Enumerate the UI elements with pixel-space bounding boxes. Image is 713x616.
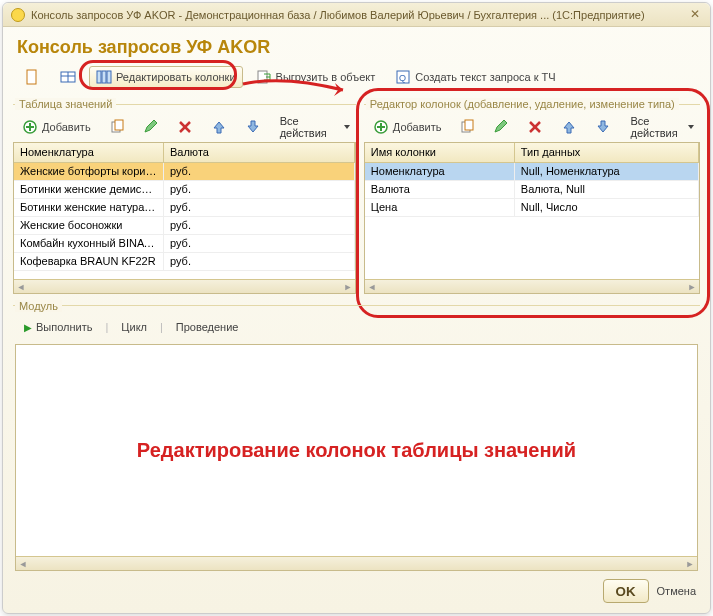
- separator: |: [160, 321, 163, 333]
- cell-name: Кофеварка BRAUN KF22R: [14, 253, 164, 270]
- add-icon: [22, 119, 38, 135]
- cell-name: Ботинки женские натурал…: [14, 199, 164, 216]
- scroll-left-icon: ◄: [367, 282, 377, 292]
- left-subtoolbar: Добавить Все действия: [13, 114, 356, 142]
- table-row[interactable]: Номенклатура Null, Номенклатура: [365, 163, 699, 181]
- table-row[interactable]: Ботинки женские натурал… руб.: [14, 199, 355, 217]
- right-delete-button[interactable]: [520, 116, 550, 138]
- separator: |: [105, 321, 108, 333]
- right-section-label: Редактор колонок (добавление, удаление, …: [364, 94, 700, 114]
- left-add-label: Добавить: [42, 121, 91, 133]
- arrow-up-icon: [211, 119, 227, 135]
- left-col-currency[interactable]: Валюта: [164, 143, 355, 162]
- editor-scrollbar[interactable]: ◄ ►: [16, 556, 697, 570]
- right-edit-button[interactable]: [486, 116, 516, 138]
- posting-button[interactable]: Проведение: [169, 316, 246, 338]
- cancel-button[interactable]: Отмена: [657, 585, 696, 597]
- chevron-down-icon: [344, 125, 350, 129]
- horizontal-scrollbar[interactable]: ◄ ►: [14, 279, 355, 293]
- footer: OK Отмена: [3, 571, 710, 613]
- left-all-actions[interactable]: Все действия: [276, 117, 354, 137]
- cell-currency: руб.: [164, 163, 355, 180]
- arrow-down-icon: [595, 119, 611, 135]
- table-row[interactable]: Женские босоножки руб.: [14, 217, 355, 235]
- close-icon[interactable]: ✕: [688, 8, 702, 22]
- delete-icon: [177, 119, 193, 135]
- left-move-up-button[interactable]: [204, 116, 234, 138]
- pencil-icon: [493, 119, 509, 135]
- create-query-label: Создать текст запроса к ТЧ: [415, 71, 555, 83]
- export-to-object-button[interactable]: Выгрузить в объект: [249, 66, 383, 88]
- cell-currency: руб.: [164, 199, 355, 216]
- play-icon: ▶: [24, 322, 32, 333]
- module-toolbar: ▶ Выполнить | Цикл | Проведение: [3, 316, 710, 344]
- scroll-right-icon: ►: [685, 559, 695, 569]
- export-icon: [256, 69, 272, 85]
- scroll-left-icon: ◄: [18, 559, 28, 569]
- table-row[interactable]: Кофеварка BRAUN KF22R руб.: [14, 253, 355, 271]
- annotation-highlight-button: [79, 60, 237, 90]
- pencil-icon: [143, 119, 159, 135]
- table-row[interactable]: Цена Null, Число: [365, 199, 699, 217]
- annotation-caption: Редактирование колонок таблицы значений: [137, 439, 576, 462]
- left-col-name[interactable]: Номенклатура: [14, 143, 164, 162]
- right-copy-button[interactable]: [452, 116, 482, 138]
- delete-icon: [527, 119, 543, 135]
- table-row[interactable]: Валюта Валюта, Null: [365, 181, 699, 199]
- svg-rect-7: [258, 71, 267, 83]
- left-move-down-button[interactable]: [238, 116, 268, 138]
- cell-currency: руб.: [164, 253, 355, 270]
- scroll-left-icon: ◄: [16, 282, 26, 292]
- left-copy-button[interactable]: [102, 116, 132, 138]
- copy-icon: [459, 119, 475, 135]
- right-add-label: Добавить: [393, 121, 442, 133]
- table-row[interactable]: Комбайн кухонный BINAT… руб.: [14, 235, 355, 253]
- code-editor[interactable]: Редактирование колонок таблицы значений …: [15, 344, 698, 571]
- cell-name: Женские босоножки: [14, 217, 164, 234]
- right-all-actions[interactable]: Все действия: [626, 117, 698, 137]
- cell-currency: руб.: [164, 235, 355, 252]
- new-button[interactable]: [17, 66, 47, 88]
- query-icon: Q: [395, 69, 411, 85]
- ok-button[interactable]: OK: [603, 579, 649, 603]
- svg-rect-0: [27, 70, 36, 84]
- scroll-right-icon: ►: [687, 282, 697, 292]
- app-icon: [11, 8, 25, 22]
- chevron-down-icon: [688, 125, 694, 129]
- right-move-up-button[interactable]: [554, 116, 584, 138]
- cell-name: Женские ботфорты корич…: [14, 163, 164, 180]
- run-button[interactable]: ▶ Выполнить: [17, 316, 99, 338]
- run-label: Выполнить: [36, 321, 92, 333]
- left-add-button[interactable]: Добавить: [15, 116, 98, 138]
- copy-icon: [109, 119, 125, 135]
- right-col-name[interactable]: Имя колонки: [365, 143, 515, 162]
- cell-name: Ботинки женские демисе…: [14, 181, 164, 198]
- cell-col: Номенклатура: [365, 163, 515, 180]
- right-col-type[interactable]: Тип данных: [515, 143, 699, 162]
- right-grid: Имя колонки Тип данных Номенклатура Null…: [364, 142, 700, 294]
- module-section-label: Модуль: [3, 294, 710, 316]
- main-toolbar: Редактировать колонки Выгрузить в объект…: [3, 64, 710, 94]
- cell-type: Null, Номенклатура: [515, 163, 699, 180]
- cell-currency: руб.: [164, 217, 355, 234]
- table-row[interactable]: Ботинки женские демисе… руб.: [14, 181, 355, 199]
- svg-rect-21: [465, 120, 473, 130]
- left-section-label: Таблица значений: [13, 94, 356, 114]
- right-move-down-button[interactable]: [588, 116, 618, 138]
- window-title: Консоль запросов УФ AKOR - Демонстрацион…: [31, 9, 688, 21]
- loop-button[interactable]: Цикл: [114, 316, 154, 338]
- arrow-up-icon: [561, 119, 577, 135]
- create-query-button[interactable]: Q Создать текст запроса к ТЧ: [388, 66, 562, 88]
- table-row[interactable]: Женские ботфорты корич… руб.: [14, 163, 355, 181]
- titlebar: Консоль запросов УФ AKOR - Демонстрацион…: [3, 3, 710, 27]
- left-delete-button[interactable]: [170, 116, 200, 138]
- left-edit-button[interactable]: [136, 116, 166, 138]
- scroll-right-icon: ►: [343, 282, 353, 292]
- cell-currency: руб.: [164, 181, 355, 198]
- arrow-down-icon: [245, 119, 261, 135]
- right-add-button[interactable]: Добавить: [366, 116, 449, 138]
- loop-label: Цикл: [121, 321, 147, 333]
- svg-rect-14: [115, 120, 123, 130]
- horizontal-scrollbar[interactable]: ◄ ►: [365, 279, 699, 293]
- svg-text:Q: Q: [399, 73, 406, 83]
